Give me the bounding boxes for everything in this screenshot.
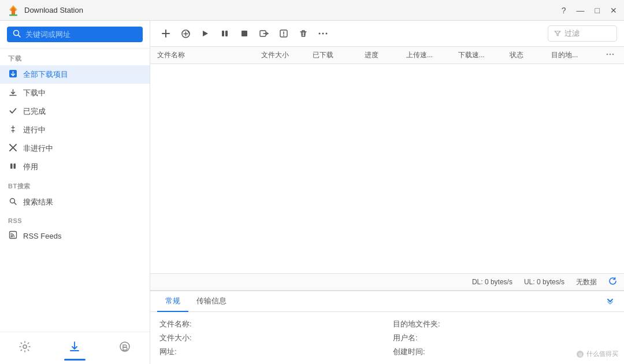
main-layout: 下载 全部下载项目 下载中: [0, 21, 624, 364]
add-button[interactable]: [157, 25, 174, 42]
th-downloaded: 已下载: [313, 50, 365, 60]
filter-label: 过滤: [564, 28, 580, 39]
add-url-button[interactable]: [177, 25, 194, 42]
resume-button[interactable]: [196, 25, 214, 42]
download-tab-icon: [68, 340, 81, 356]
completed-icon: [8, 106, 17, 117]
detail-row-filesize: 文件大小:: [159, 333, 381, 343]
destination-label: 目的地文件夹:: [393, 319, 440, 329]
search-box[interactable]: [7, 27, 143, 42]
detail-row-destination: 目的地文件夹:: [393, 319, 615, 329]
pause-button[interactable]: [216, 25, 233, 42]
sidebar-item-completed[interactable]: 已完成: [0, 102, 150, 121]
delete-button[interactable]: [295, 25, 312, 42]
sidebar-item-paused[interactable]: 停用: [0, 158, 150, 176]
sidebar-bottom-download[interactable]: [57, 337, 92, 359]
svg-line-4: [18, 35, 21, 38]
svg-point-30: [326, 33, 328, 35]
filter-box[interactable]: 过滤: [548, 25, 617, 42]
section-label-rss: RSS: [0, 211, 150, 226]
tab-transfer[interactable]: 传输信息: [188, 291, 235, 312]
username-label: 用户名:: [393, 333, 418, 343]
sidebar-item-search-results[interactable]: 搜索结果: [0, 193, 150, 211]
svg-rect-22: [222, 31, 224, 36]
no-data-label: 无数据: [576, 277, 597, 287]
sidebar-item-rss-feeds[interactable]: RSS Feeds: [0, 226, 150, 245]
svg-rect-10: [13, 164, 16, 169]
dl-status: DL: 0 bytes/s: [472, 278, 512, 286]
close-button[interactable]: ✕: [610, 6, 617, 15]
svg-point-14: [10, 236, 12, 237]
detail-collapse-button[interactable]: [603, 294, 617, 309]
sidebar-item-downloading-label: 下载中: [23, 88, 46, 98]
sidebar-item-search-results-label: 搜索结果: [23, 197, 53, 207]
sidebar-item-all[interactable]: 全部下载项目: [0, 65, 150, 84]
status-bar: DL: 0 bytes/s UL: 0 bytes/s 无数据: [150, 273, 624, 290]
tab-general[interactable]: 常规: [157, 291, 188, 312]
sidebar-item-rss-feeds-label: RSS Feeds: [23, 232, 61, 240]
search-input[interactable]: [25, 30, 137, 39]
sidebar-item-downloading[interactable]: 下载中: [0, 84, 150, 102]
stop-button[interactable]: [236, 25, 253, 42]
svg-rect-24: [242, 31, 247, 36]
detail-row-username: 用户名:: [393, 333, 615, 343]
svg-rect-23: [225, 31, 228, 36]
sidebar-item-active[interactable]: 进行中: [0, 121, 150, 139]
sidebar-bottom-bt[interactable]: [107, 337, 143, 359]
sidebar-bottom-settings[interactable]: [7, 337, 43, 359]
section-label-download: 下载: [0, 49, 150, 65]
svg-line-12: [14, 203, 16, 205]
more-button[interactable]: [314, 25, 332, 42]
created-time-label: 创建时间:: [393, 347, 425, 357]
th-more: [603, 50, 617, 60]
refresh-button[interactable]: [608, 277, 617, 287]
svg-point-33: [612, 54, 614, 55]
sidebar-item-inactive-label: 非进行中: [23, 143, 53, 154]
titlebar: Download Station ? — □ ✕: [0, 0, 624, 21]
app-logo-icon: [7, 4, 20, 17]
th-download: 下载速...: [458, 50, 510, 60]
svg-point-28: [319, 33, 321, 35]
svg-rect-2: [9, 14, 17, 16]
svg-text:值: 值: [578, 352, 582, 356]
filter-icon: [554, 30, 561, 37]
all-downloads-icon: [8, 69, 17, 80]
sidebar-item-inactive[interactable]: 非进行中: [0, 139, 150, 158]
filename-label: 文件名称:: [159, 319, 192, 329]
th-dest: 目的地...: [551, 50, 603, 60]
th-progress: 进度: [365, 50, 406, 60]
svg-rect-9: [10, 164, 13, 169]
svg-point-15: [23, 345, 27, 348]
move-button[interactable]: [255, 25, 273, 42]
detail-row-url: 网址:: [159, 347, 381, 357]
minimize-button[interactable]: —: [577, 6, 585, 15]
sidebar-item-completed-label: 已完成: [23, 106, 46, 117]
help-button[interactable]: ?: [562, 6, 566, 15]
active-icon: [8, 125, 17, 135]
maximize-button[interactable]: □: [595, 6, 600, 15]
table-body: [150, 64, 624, 273]
priority-button[interactable]: [275, 25, 292, 42]
th-status: 状态: [510, 50, 551, 60]
content-area: 过滤 文件名称 文件大小 已下载 进度 上传速... 下载速... 状态 目的地…: [150, 21, 624, 364]
inactive-icon: [8, 143, 17, 154]
rss-icon: [8, 231, 17, 241]
sidebar: 下载 全部下载项目 下载中: [0, 21, 150, 364]
titlebar-left: Download Station: [7, 4, 83, 17]
section-label-bt: BT搜索: [0, 176, 150, 193]
table-header: 文件名称 文件大小 已下载 进度 上传速... 下载速... 状态 目的地...: [150, 47, 624, 64]
url-label: 网址:: [159, 347, 177, 357]
content-upper: 过滤 文件名称 文件大小 已下载 进度 上传速... 下载速... 状态 目的地…: [150, 21, 624, 290]
titlebar-title: Download Station: [24, 6, 83, 14]
settings-icon: [18, 340, 31, 356]
sidebar-item-all-label: 全部下载项目: [23, 69, 68, 80]
svg-point-29: [322, 33, 324, 35]
search-results-icon: [8, 197, 17, 207]
titlebar-controls: ? — □ ✕: [562, 6, 617, 15]
th-upload: 上传速...: [406, 50, 458, 60]
svg-point-31: [607, 54, 608, 55]
svg-rect-16: [70, 350, 79, 351]
sidebar-item-paused-label: 停用: [23, 162, 38, 172]
bt-tab-icon: [118, 340, 131, 356]
th-size: 文件大小: [261, 50, 313, 60]
